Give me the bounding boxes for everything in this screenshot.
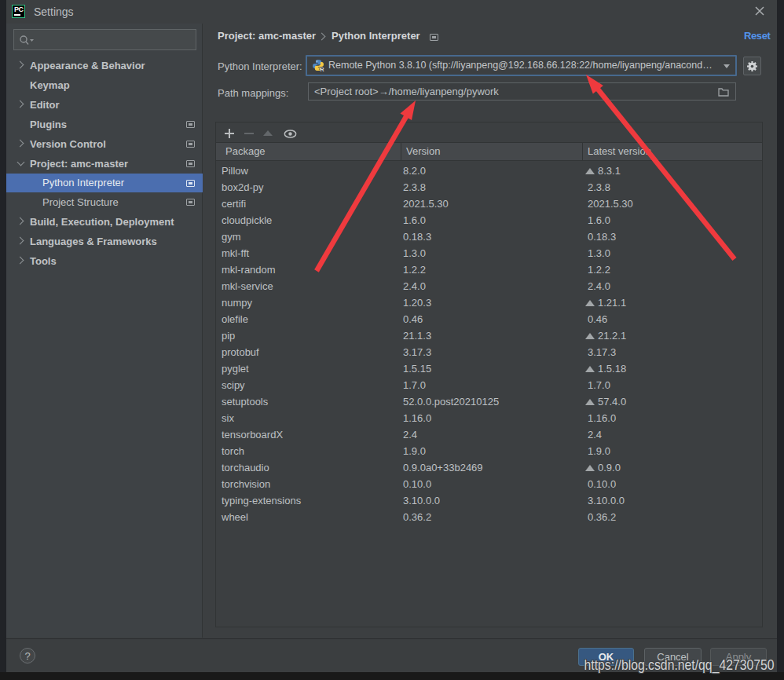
svg-text:R: R [321,67,324,71]
